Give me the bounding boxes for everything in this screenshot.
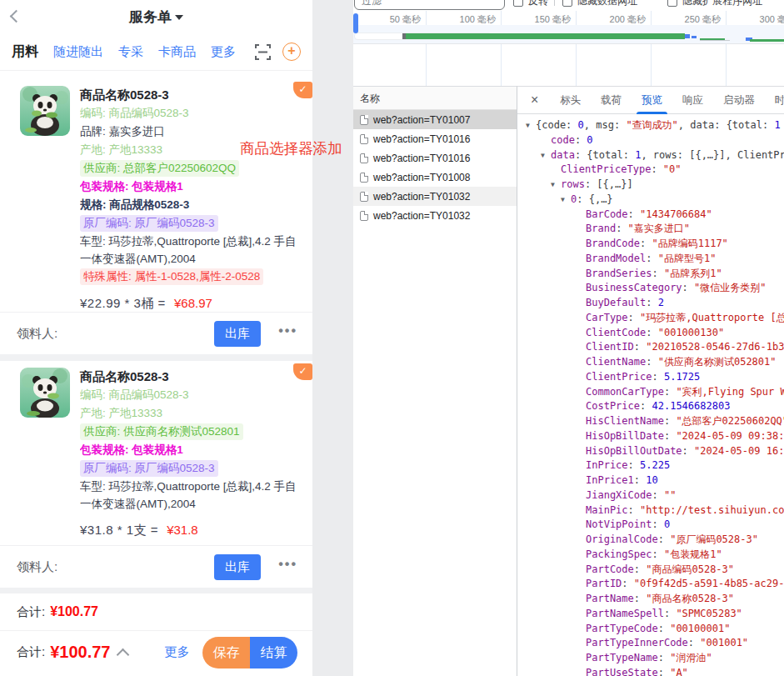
checkbox-icon[interactable]: [667, 0, 677, 7]
timeline-overview[interactable]: 50 毫秒100 毫秒150 毫秒200 毫秒250 毫秒300 毫秒: [353, 11, 784, 86]
more-link[interactable]: 更多: [164, 644, 189, 660]
tab-item-3[interactable]: 卡商品: [158, 44, 196, 60]
toolbar-checkbox-0[interactable]: 反转: [513, 0, 548, 8]
expand-arrow-icon[interactable]: ▼: [526, 118, 536, 133]
more-dots-icon[interactable]: •••: [278, 557, 297, 572]
json-tree-line[interactable]: PartName: "商品名称0528-3": [517, 592, 784, 607]
json-tree-line[interactable]: ▼data: {total: 1, rows: [{,…}], ClientPr: [517, 148, 784, 163]
checkout-button[interactable]: 结算: [250, 637, 297, 668]
json-tree-line[interactable]: PartNameSpell: "SPMC05283": [517, 607, 784, 622]
product-attribute-row: 包装规格: 包装规格1: [80, 441, 304, 459]
stock-out-button[interactable]: 出库: [214, 554, 261, 580]
expand-arrow-icon[interactable]: ▼: [561, 193, 571, 208]
json-tree-line[interactable]: ▼{code: 0, msg: "查询成功", data: {total: 1: [517, 118, 784, 133]
json-tree-line[interactable]: BusinessCategory: "微信业务类别": [517, 281, 784, 296]
network-request-row[interactable]: web?action=TY01032: [353, 206, 517, 225]
json-tree-line[interactable]: HisOpBillDate: "2024-05-09 09:38:59": [517, 429, 784, 444]
save-button[interactable]: 保存: [202, 637, 250, 668]
json-tree-line[interactable]: PartUseState: "A": [517, 666, 784, 676]
json-value: "00100001": [670, 623, 730, 634]
json-tree-line[interactable]: PartID: "0f9f42d5-a591-4b85-ac29-f": [517, 577, 784, 592]
product-attribute-row: 车型: 玛莎拉蒂,Quattroporte [总裁],4.2 手自一体变速器(A…: [80, 233, 304, 268]
stock-out-button[interactable]: 出库: [214, 321, 261, 347]
json-tree-line[interactable]: ClientID: "20210528-0546-27d6-1b32-": [517, 340, 784, 355]
column-header-name[interactable]: 名称: [353, 87, 517, 110]
json-tree-line[interactable]: CommonCarType: "宾利,Flying Spur W": [517, 385, 784, 400]
json-tree-line[interactable]: HisOpBillOutDate: "2024-05-09 16:38": [517, 444, 784, 459]
json-tree-line[interactable]: ClientPriceType: "0": [517, 163, 784, 178]
tab-item-2[interactable]: 专采: [118, 44, 143, 60]
add-icon[interactable]: +: [282, 43, 301, 61]
network-request-row[interactable]: web?action=TY01016: [353, 148, 517, 168]
json-tree-line[interactable]: BuyDefault: 2: [517, 296, 784, 311]
json-value: "宾利,Flying Spur W": [676, 386, 784, 398]
json-tree-line[interactable]: CostPrice: 42.1546682803: [517, 399, 784, 414]
detail-tab-时间[interactable]: 时间: [775, 87, 784, 114]
page-title[interactable]: 服务单: [129, 8, 183, 27]
json-tree-line[interactable]: OriginalCode: "原厂编码0528-3": [517, 533, 784, 548]
detail-tab-载荷[interactable]: 载荷: [601, 87, 622, 114]
collapse-caret-icon[interactable]: [117, 648, 130, 661]
product-card[interactable]: ✓ 商品名称0528-3 编码: 商品编码0528-3产地: 产地13333供应…: [0, 361, 312, 546]
checkbox-icon[interactable]: [513, 0, 523, 7]
tab-item-4[interactable]: 更多: [211, 44, 236, 60]
json-tree-line[interactable]: ▼0: {,…}: [517, 193, 784, 208]
network-request-row[interactable]: web?action=TY01016: [353, 129, 517, 148]
product-attribute-row: 供应商: 总部客户02250602QQ: [80, 159, 304, 178]
filter-input[interactable]: [354, 0, 505, 10]
product-card[interactable]: ✓ 商品名称0528-3 编码: 商品编码0528-3品牌: 嘉实多进口产地: …: [0, 79, 312, 313]
detail-tab-预览[interactable]: 预览: [642, 87, 662, 114]
tab-materials[interactable]: 用料: [12, 43, 38, 61]
json-tree-line[interactable]: PartTypeName: "润滑油": [517, 651, 784, 666]
expand-arrow-icon[interactable]: ▼: [541, 148, 551, 163]
json-value: :: [640, 238, 652, 249]
json-tree-line[interactable]: ClientPrice: 5.1725: [517, 370, 784, 385]
toolbar-checkbox-1[interactable]: 隐藏数据网址: [562, 0, 637, 8]
json-tree-line[interactable]: BarCode: "1434706684": [517, 208, 784, 223]
json-value: 2: [658, 297, 664, 308]
json-preview-tree[interactable]: ▼{code: 0, msg: "查询成功", data: {total: 1c…: [517, 115, 784, 676]
detail-tab-标头[interactable]: 标头: [560, 87, 581, 114]
json-tree-line[interactable]: JiangXiCode: "": [517, 488, 784, 503]
expand-arrow-icon[interactable]: ▼: [551, 178, 561, 193]
json-value: "商品名称0528-3": [646, 593, 734, 604]
json-tree-line[interactable]: BrandCode: "品牌编码1117": [517, 237, 784, 252]
json-tree-line[interactable]: code: 0: [517, 133, 784, 148]
json-tree-line[interactable]: ClientName: "供应商名称测试052801": [517, 355, 784, 370]
json-value: 0: [578, 119, 584, 131]
json-key: InPrice1: [586, 474, 634, 486]
picker-label: 领料人:: [17, 326, 57, 342]
json-tree-line[interactable]: BrandModel: "品牌型号1": [517, 252, 784, 267]
json-tree-line[interactable]: PartCode: "商品编码0528-3": [517, 563, 784, 578]
checkbox-icon[interactable]: [562, 0, 572, 7]
json-tree-line[interactable]: PartTypeInnerCode: "001001": [517, 636, 784, 651]
detail-tab-启动器[interactable]: 启动器: [723, 87, 755, 114]
json-tree-line[interactable]: InPrice1: 10: [517, 473, 784, 488]
close-icon[interactable]: ×: [531, 93, 538, 107]
json-tree-line[interactable]: HisClientName: "总部客户02250602QQ": [517, 414, 784, 429]
tab-item-1[interactable]: 随进随出: [53, 44, 103, 60]
json-tree-line[interactable]: ClientCode: "001000130": [517, 326, 784, 341]
json-tree-line[interactable]: ▼rows: [{,…}]: [517, 178, 784, 193]
json-tree-line[interactable]: InPrice: 5.225: [517, 458, 784, 473]
json-tree-line[interactable]: BrandSeries: "品牌系列1": [517, 267, 784, 282]
json-tree-line[interactable]: MainPic: "http://test.sihuiyun.com/": [517, 503, 784, 518]
overview-left-handle[interactable]: [353, 13, 358, 33]
json-tree-line[interactable]: Brand: "嘉实多进口": [517, 222, 784, 237]
network-request-row[interactable]: web?action=TY01007: [353, 110, 517, 129]
json-key: PartUseState: [586, 667, 658, 676]
toolbar-checkbox-2[interactable]: 隐藏扩展程序网址: [667, 0, 762, 8]
json-key: MainPic: [586, 504, 628, 516]
scan-icon[interactable]: [255, 44, 271, 60]
json-value: "SPMC05283": [676, 608, 742, 619]
detail-tab-响应[interactable]: 响应: [682, 87, 703, 114]
json-tree-line[interactable]: PartTypeCode: "00100001": [517, 622, 784, 637]
json-value: :: [664, 415, 676, 427]
more-dots-icon[interactable]: •••: [278, 323, 297, 338]
network-request-row[interactable]: web?action=TY01032: [353, 187, 517, 206]
json-tree-line[interactable]: PackingSpec: "包装规格1": [517, 548, 784, 563]
json-tree-line[interactable]: NotVipPoint: 0: [517, 518, 784, 533]
back-icon[interactable]: [10, 10, 23, 23]
network-request-row[interactable]: web?action=TY01008: [353, 168, 517, 187]
json-tree-line[interactable]: CarType: "玛莎拉蒂,Quattroporte [总裁],4.2 手自一…: [517, 311, 784, 326]
